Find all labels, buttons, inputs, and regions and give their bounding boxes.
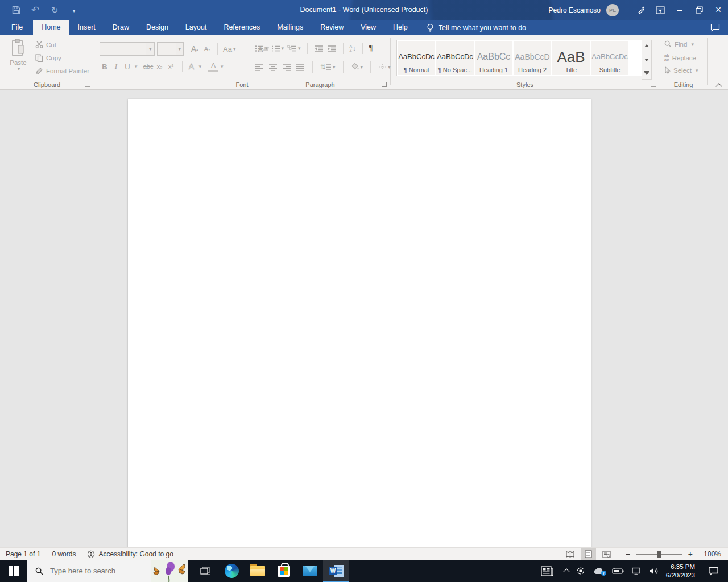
taskbar-clock[interactable]: 6:35 PM 6/20/2023	[666, 563, 695, 580]
search-input[interactable]	[49, 566, 148, 576]
battery-icon[interactable]	[612, 568, 624, 575]
zoom-slider[interactable]	[636, 554, 682, 555]
tab-design[interactable]: Design	[138, 20, 177, 35]
paste-button[interactable]: Paste ▾	[7, 39, 30, 72]
close-button[interactable]: ×	[709, 0, 728, 20]
font-color-button[interactable]: A	[208, 61, 218, 72]
increase-indent-button[interactable]	[327, 45, 337, 52]
tab-mailings[interactable]: Mailings	[268, 20, 312, 35]
font-name-input[interactable]	[100, 43, 146, 55]
line-spacing-button[interactable]: ⇅ ▾	[320, 63, 336, 71]
font-size-input[interactable]	[158, 43, 176, 55]
ribbon-display-options-icon[interactable]	[651, 0, 670, 20]
document-page[interactable]	[128, 99, 591, 547]
italic-button[interactable]: I	[111, 61, 121, 72]
taskbar-search[interactable]	[27, 560, 188, 582]
whats-new-icon[interactable]	[631, 0, 651, 20]
minimize-button[interactable]: –	[670, 0, 689, 20]
font-color-dropdown-icon[interactable]: ▾	[221, 64, 224, 69]
tell-me-box[interactable]: Tell me what you want to do	[427, 20, 526, 35]
style-title[interactable]: AaB Title	[552, 41, 590, 75]
copy-button[interactable]: Copy	[35, 54, 61, 62]
tab-insert[interactable]: Insert	[69, 20, 104, 35]
taskbar-word-icon[interactable]: W	[323, 560, 349, 582]
justify-button[interactable]	[296, 64, 305, 71]
user-avatar[interactable]: PE	[606, 4, 619, 16]
restore-button[interactable]	[689, 0, 709, 20]
styles-more-icon[interactable]	[644, 71, 649, 77]
style-no-spacing[interactable]: AaBbCcDc ¶ No Spac...	[436, 41, 474, 75]
decrease-indent-button[interactable]	[314, 45, 324, 52]
style-subtitle[interactable]: AaBbCcDc Subtitle	[591, 41, 628, 75]
style-normal[interactable]: AaBbCcDc ¶ Normal	[398, 41, 435, 75]
search-highlight-image[interactable]	[151, 560, 188, 582]
font-size-combobox[interactable]: ▾	[157, 42, 184, 56]
style-heading-2[interactable]: AaBbCcD Heading 2	[514, 41, 551, 75]
tab-help[interactable]: Help	[384, 20, 416, 35]
style-heading-1[interactable]: AaBbCc Heading 1	[475, 41, 512, 75]
word-count[interactable]: 0 words	[52, 550, 76, 558]
align-left-button[interactable]	[255, 64, 264, 71]
user-name[interactable]: Pedro Escamoso	[549, 6, 601, 14]
comments-icon[interactable]	[710, 23, 720, 32]
tab-layout[interactable]: Layout	[177, 20, 216, 35]
taskbar-edge-icon[interactable]	[218, 560, 245, 582]
underline-dropdown-icon[interactable]: ▾	[135, 64, 138, 69]
web-layout-button[interactable]	[599, 548, 614, 560]
onedrive-icon[interactable]: i	[593, 567, 605, 575]
format-painter-button[interactable]: Format Painter	[35, 67, 89, 75]
shading-button[interactable]: ▾	[351, 63, 363, 71]
zoom-out-button[interactable]: −	[626, 550, 630, 559]
change-case-button[interactable]: Aa▾	[223, 43, 235, 55]
font-name-combobox[interactable]: ▾	[100, 42, 155, 56]
subscript-button[interactable]: x₂	[155, 61, 165, 72]
replace-button[interactable]: abac Replace	[664, 53, 696, 62]
hidden-icons-chevron[interactable]	[564, 566, 569, 576]
grow-font-button[interactable]: A▴	[189, 43, 200, 55]
text-effects-button[interactable]: A	[187, 61, 197, 72]
network-icon[interactable]	[631, 567, 642, 575]
page-indicator[interactable]: Page 1 of 1	[6, 550, 40, 558]
zoom-level[interactable]: 100%	[701, 550, 721, 558]
strikethrough-button[interactable]: abc	[143, 61, 154, 72]
underline-button[interactable]: U	[122, 61, 133, 72]
meet-now-icon[interactable]	[576, 567, 586, 575]
clipboard-dialog-launcher[interactable]	[85, 82, 90, 87]
text-effects-dropdown-icon[interactable]: ▾	[199, 64, 202, 69]
read-mode-button[interactable]	[563, 548, 578, 560]
superscript-button[interactable]: x²	[166, 61, 176, 72]
select-button[interactable]: Select ▾	[664, 66, 698, 74]
borders-button[interactable]: ▾	[378, 63, 391, 71]
tab-references[interactable]: References	[215, 20, 268, 35]
taskbar-mail-icon[interactable]	[297, 560, 323, 582]
show-paragraph-marks-button[interactable]: ¶	[369, 44, 373, 53]
align-center-button[interactable]	[268, 64, 278, 71]
styles-scroll-up-icon[interactable]	[644, 42, 649, 47]
tab-review[interactable]: Review	[312, 20, 352, 35]
tab-home[interactable]: Home	[33, 20, 69, 35]
bold-button[interactable]: B	[100, 61, 110, 72]
numbering-button[interactable]: ▾	[271, 45, 284, 52]
start-button[interactable]	[0, 560, 27, 582]
align-right-button[interactable]	[282, 64, 291, 71]
multilevel-list-button[interactable]: ▾	[287, 45, 301, 52]
paragraph-dialog-launcher[interactable]	[382, 82, 387, 87]
volume-icon[interactable]	[649, 567, 659, 575]
news-widget-icon[interactable]	[541, 566, 553, 576]
print-layout-button[interactable]	[581, 548, 596, 560]
find-button[interactable]: Find ▾	[664, 40, 694, 48]
bullets-button[interactable]: ▾	[255, 45, 268, 52]
sort-button[interactable]: AZ ↓	[350, 44, 356, 52]
shrink-font-button[interactable]: A▾	[202, 43, 212, 55]
zoom-slider-handle[interactable]	[657, 551, 661, 558]
font-size-dropdown-icon[interactable]: ▾	[176, 43, 183, 55]
tab-file[interactable]: File	[1, 20, 33, 35]
taskbar-file-explorer-icon[interactable]	[245, 560, 271, 582]
styles-scroll-down-icon[interactable]	[644, 59, 649, 64]
tab-draw[interactable]: Draw	[104, 20, 138, 35]
accessibility-status[interactable]: Accessibility: Good to go	[87, 550, 173, 558]
task-view-button[interactable]	[192, 560, 218, 582]
tab-view[interactable]: View	[352, 20, 384, 35]
styles-dialog-launcher[interactable]	[651, 82, 656, 87]
action-center-icon[interactable]	[708, 567, 719, 576]
